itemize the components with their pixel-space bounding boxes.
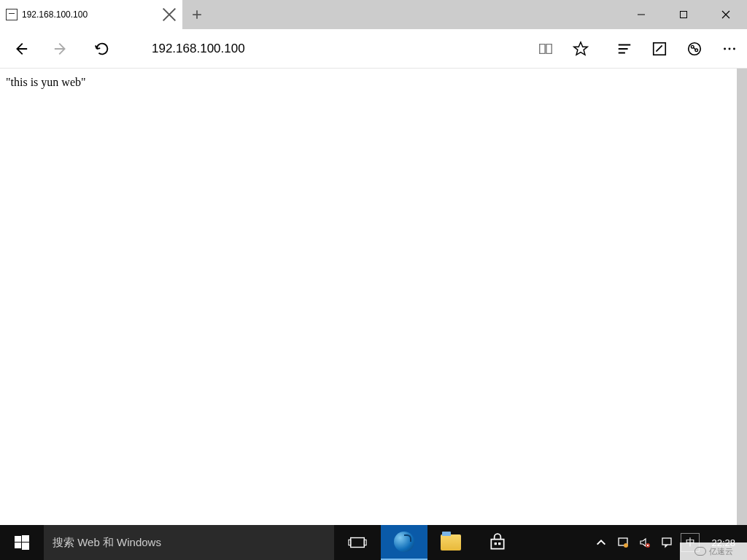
chevron-up-icon bbox=[595, 537, 607, 548]
svg-rect-13 bbox=[349, 540, 351, 545]
taskbar-app-store[interactable] bbox=[474, 525, 521, 560]
forward-icon bbox=[53, 41, 69, 57]
svg-rect-15 bbox=[495, 542, 497, 545]
tray-volume[interactable] bbox=[637, 525, 653, 560]
scrollbar-thumb[interactable] bbox=[737, 69, 747, 525]
taskbar-search[interactable]: 搜索 Web 和 Windows bbox=[44, 525, 334, 560]
svg-rect-0 bbox=[681, 12, 687, 18]
edge-icon bbox=[394, 532, 414, 552]
taskbar-app-edge[interactable] bbox=[381, 525, 427, 560]
lines-icon bbox=[616, 41, 632, 57]
favorite-button[interactable] bbox=[563, 29, 598, 69]
taskbar-app-file-explorer[interactable] bbox=[427, 525, 474, 560]
address-bar[interactable]: 192.168.100.100 bbox=[123, 29, 528, 69]
share-icon bbox=[686, 41, 703, 57]
refresh-button[interactable] bbox=[82, 29, 123, 69]
back-button[interactable] bbox=[0, 29, 41, 69]
notification-warning-icon bbox=[617, 537, 629, 548]
window-maximize-button[interactable] bbox=[662, 0, 705, 29]
browser-titlebar: 192.168.100.100 bbox=[0, 0, 747, 29]
store-icon bbox=[488, 533, 507, 552]
tab-title: 192.168.100.100 bbox=[22, 9, 162, 20]
windows-icon bbox=[15, 535, 29, 550]
browser-toolbar: 192.168.100.100 bbox=[0, 29, 747, 69]
svg-rect-14 bbox=[364, 540, 366, 545]
volume-muted-icon bbox=[639, 537, 651, 548]
reading-view-button[interactable] bbox=[528, 29, 563, 69]
svg-rect-12 bbox=[351, 538, 365, 548]
book-icon bbox=[538, 41, 554, 57]
address-text: 192.168.100.100 bbox=[152, 42, 245, 56]
folder-icon bbox=[441, 534, 461, 551]
action-center-icon bbox=[661, 537, 673, 548]
maximize-icon bbox=[679, 10, 688, 19]
plus-icon bbox=[192, 9, 202, 20]
forward-button[interactable] bbox=[41, 29, 82, 69]
more-icon bbox=[721, 41, 738, 57]
back-icon bbox=[12, 41, 28, 57]
titlebar-drag-area[interactable] bbox=[212, 0, 620, 29]
close-icon bbox=[721, 10, 730, 19]
task-view-button[interactable] bbox=[334, 525, 381, 560]
svg-point-7 bbox=[733, 47, 735, 50]
search-placeholder: 搜索 Web 和 Windows bbox=[53, 536, 161, 550]
watermark-text: 亿速云 bbox=[709, 546, 733, 557]
svg-point-5 bbox=[724, 47, 726, 50]
svg-rect-20 bbox=[662, 538, 671, 545]
cloud-icon bbox=[694, 547, 706, 556]
svg-rect-10 bbox=[15, 542, 21, 548]
start-button[interactable] bbox=[0, 525, 44, 560]
browser-tab[interactable]: 192.168.100.100 bbox=[0, 0, 182, 29]
watermark: 亿速云 bbox=[680, 542, 747, 560]
tab-close-button[interactable] bbox=[162, 7, 177, 22]
windows-taskbar: 搜索 Web 和 Windows 中 22:28 bbox=[0, 525, 747, 560]
svg-point-18 bbox=[624, 543, 628, 548]
tray-overflow-button[interactable] bbox=[593, 525, 609, 560]
minimize-icon bbox=[637, 10, 646, 19]
taskbar-spacer bbox=[521, 525, 593, 560]
window-close-button[interactable] bbox=[705, 0, 747, 29]
more-button[interactable] bbox=[712, 29, 747, 69]
svg-rect-8 bbox=[15, 536, 21, 542]
page-icon bbox=[6, 9, 18, 20]
page-body-text: "this is yun web" bbox=[6, 76, 86, 88]
note-icon bbox=[651, 41, 667, 57]
hub-button[interactable] bbox=[607, 29, 642, 69]
svg-rect-16 bbox=[498, 542, 500, 545]
star-icon bbox=[573, 41, 589, 57]
close-icon bbox=[162, 7, 177, 22]
svg-rect-9 bbox=[22, 535, 29, 542]
taskview-icon bbox=[348, 535, 367, 550]
svg-point-6 bbox=[729, 47, 731, 50]
window-minimize-button[interactable] bbox=[620, 0, 662, 29]
svg-rect-11 bbox=[22, 542, 29, 550]
action-center-button[interactable] bbox=[659, 525, 675, 560]
webnote-button[interactable] bbox=[642, 29, 677, 69]
share-button[interactable] bbox=[677, 29, 712, 69]
vertical-scrollbar[interactable] bbox=[737, 69, 747, 525]
tray-notification-warning[interactable] bbox=[615, 525, 631, 560]
page-content: "this is yun web" bbox=[0, 69, 747, 525]
new-tab-button[interactable] bbox=[182, 0, 212, 29]
refresh-icon bbox=[94, 41, 110, 57]
